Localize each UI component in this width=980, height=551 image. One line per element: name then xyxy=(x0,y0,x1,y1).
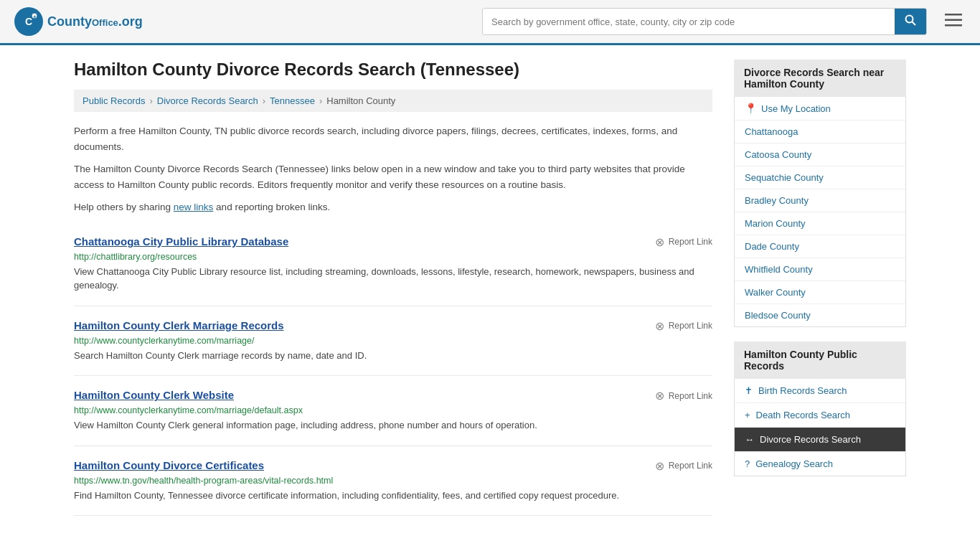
svg-rect-6 xyxy=(945,14,962,16)
breadcrumb: Public Records › Divorce Records Search … xyxy=(74,90,712,112)
report-icon-2: ⊗ xyxy=(655,389,664,402)
near-county-link-2[interactable]: Catoosa County xyxy=(735,143,905,166)
report-link-2[interactable]: ⊗ Report Link xyxy=(655,389,712,402)
logo-icon: C ★ xyxy=(14,7,43,36)
logo-text: CountyOffice.org xyxy=(47,14,143,29)
breadcrumb-divorce-records[interactable]: Divorce Records Search xyxy=(157,95,258,106)
public-records-item: ✝Birth Records Search xyxy=(735,379,905,403)
result-url-0: http://chattlibrary.org/resources xyxy=(74,252,712,262)
public-records-section-title: Hamilton County Public Records xyxy=(734,342,906,379)
pr-link-0[interactable]: ✝Birth Records Search xyxy=(735,379,905,402)
svg-rect-8 xyxy=(945,24,962,27)
search-input[interactable] xyxy=(483,9,895,34)
search-bar xyxy=(482,8,927,35)
search-button[interactable] xyxy=(895,9,926,34)
near-county-link-7[interactable]: Whitfield County xyxy=(735,258,905,281)
desc-p2: The Hamilton County Divorce Records Sear… xyxy=(74,161,712,192)
public-records-list: ✝Birth Records Search+Death Records Sear… xyxy=(734,379,906,476)
use-location-link[interactable]: 📍Use My Location xyxy=(735,97,905,120)
near-list-item: Marion County xyxy=(735,212,905,235)
pr-icon-3: ? xyxy=(745,458,750,469)
near-item-label: Walker County xyxy=(745,287,806,298)
result-item: Hamilton County Clerk Website ⊗ Report L… xyxy=(74,376,712,446)
report-label-0: Report Link xyxy=(669,237,712,247)
results-list: Chattanooga City Public Library Database… xyxy=(74,222,712,517)
report-icon-3: ⊗ xyxy=(655,459,664,473)
new-links-link[interactable]: new links xyxy=(174,202,214,212)
near-section-title: Divorce Records Search near Hamilton Cou… xyxy=(734,60,906,97)
near-county-link-9[interactable]: Bledsoe County xyxy=(735,304,905,326)
pr-icon-1: + xyxy=(745,410,750,420)
result-header-3: Hamilton County Divorce Certificates ⊗ R… xyxy=(74,459,712,473)
result-item: Hamilton County Divorce Certificates ⊗ R… xyxy=(74,446,712,517)
logo[interactable]: C ★ CountyOffice.org xyxy=(14,7,143,36)
result-desc-2: View Hamilton County Clerk general infor… xyxy=(74,418,712,433)
result-title-2[interactable]: Hamilton County Clerk Website xyxy=(74,389,234,401)
near-county-link-4[interactable]: Bradley County xyxy=(735,189,905,212)
report-link-0[interactable]: ⊗ Report Link xyxy=(655,235,712,249)
near-list-item: Catoosa County xyxy=(735,143,905,166)
report-label-3: Report Link xyxy=(669,461,712,471)
header: C ★ CountyOffice.org xyxy=(0,0,980,45)
near-item-label: Marion County xyxy=(745,218,806,229)
result-title-1[interactable]: Hamilton County Clerk Marriage Records xyxy=(74,319,284,331)
public-records-item: ?Genealogy Search xyxy=(735,452,905,476)
result-desc-3: Find Hamilton County, Tennessee divorce … xyxy=(74,489,712,503)
result-header-0: Chattanooga City Public Library Database… xyxy=(74,235,712,249)
near-item-label: Catoosa County xyxy=(745,149,811,160)
desc-p3: Help others by sharing new links and rep… xyxy=(74,199,712,215)
report-icon-0: ⊗ xyxy=(655,235,664,249)
pr-label-0: Birth Records Search xyxy=(758,385,847,396)
public-records-item: ↔Divorce Records Search xyxy=(735,428,905,452)
breadcrumb-sep-3: › xyxy=(319,95,322,106)
result-title-3[interactable]: Hamilton County Divorce Certificates xyxy=(74,459,264,471)
report-label-2: Report Link xyxy=(669,391,712,401)
result-url-1: http://www.countyclerkanytime.com/marria… xyxy=(74,336,712,346)
result-desc-0: View Chattanooga City Public Library res… xyxy=(74,265,712,293)
near-list-item: Sequatchie County xyxy=(735,166,905,189)
breadcrumb-sep-2: › xyxy=(263,95,265,106)
near-county-link-5[interactable]: Marion County xyxy=(735,212,905,235)
pr-label-3: Genealogy Search xyxy=(755,458,833,469)
near-list-item: Whitfield County xyxy=(735,258,905,281)
pr-label-1: Death Records Search xyxy=(756,410,851,420)
pr-icon-2: ↔ xyxy=(745,434,754,445)
near-list-item: Chattanooga xyxy=(735,121,905,143)
breadcrumb-tennessee[interactable]: Tennessee xyxy=(270,95,315,106)
main-container: Hamilton County Divorce Records Search (… xyxy=(60,45,920,530)
pr-icon-0: ✝ xyxy=(745,385,753,396)
pr-link-1[interactable]: +Death Records Search xyxy=(735,403,905,427)
near-item-label: Bradley County xyxy=(745,195,809,206)
svg-text:C: C xyxy=(25,16,32,27)
svg-line-5 xyxy=(913,22,916,26)
near-county-link-3[interactable]: Sequatchie County xyxy=(735,166,905,189)
breadcrumb-public-records[interactable]: Public Records xyxy=(83,95,145,106)
main-content: Hamilton County Divorce Records Search (… xyxy=(74,60,712,516)
near-item-label: Bledsoe County xyxy=(745,310,811,321)
result-title-0[interactable]: Chattanooga City Public Library Database xyxy=(74,235,288,248)
result-header-1: Hamilton County Clerk Marriage Records ⊗… xyxy=(74,319,712,333)
near-item-label: Chattanooga xyxy=(745,126,798,137)
near-county-link-8[interactable]: Walker County xyxy=(735,281,905,303)
page-title: Hamilton County Divorce Records Search (… xyxy=(74,60,712,80)
near-list-item: Bradley County xyxy=(735,189,905,212)
breadcrumb-hamilton: Hamilton County xyxy=(326,95,395,106)
pr-link-2[interactable]: ↔Divorce Records Search xyxy=(735,428,905,451)
svg-rect-7 xyxy=(945,19,962,22)
pr-link-3[interactable]: ?Genealogy Search xyxy=(735,452,905,476)
report-link-3[interactable]: ⊗ Report Link xyxy=(655,459,712,473)
near-list-item: Dade County xyxy=(735,235,905,258)
near-list-item: Bledsoe County xyxy=(735,304,905,326)
result-header-2: Hamilton County Clerk Website ⊗ Report L… xyxy=(74,389,712,402)
result-url-3: https://www.tn.gov/health/health-program… xyxy=(74,476,712,486)
pin-icon: 📍 xyxy=(745,103,757,114)
near-county-link-6[interactable]: Dade County xyxy=(735,235,905,258)
report-icon-1: ⊗ xyxy=(655,319,664,333)
near-item-label: Dade County xyxy=(745,241,799,252)
desc-p1: Perform a free Hamilton County, TN publi… xyxy=(74,123,712,154)
report-link-1[interactable]: ⊗ Report Link xyxy=(655,319,712,333)
near-county-link-1[interactable]: Chattanooga xyxy=(735,121,905,143)
hamburger-menu-icon[interactable] xyxy=(941,9,966,34)
result-url-2: http://www.countyclerkanytime.com/marria… xyxy=(74,405,712,415)
near-list: 📍Use My LocationChattanoogaCatoosa Count… xyxy=(734,97,906,327)
